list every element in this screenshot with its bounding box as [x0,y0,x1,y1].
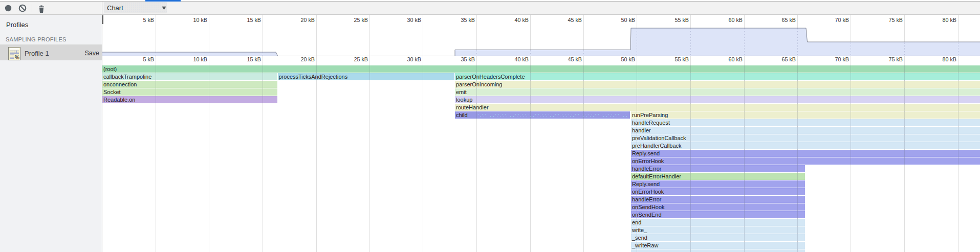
svg-text:%: % [15,55,19,60]
